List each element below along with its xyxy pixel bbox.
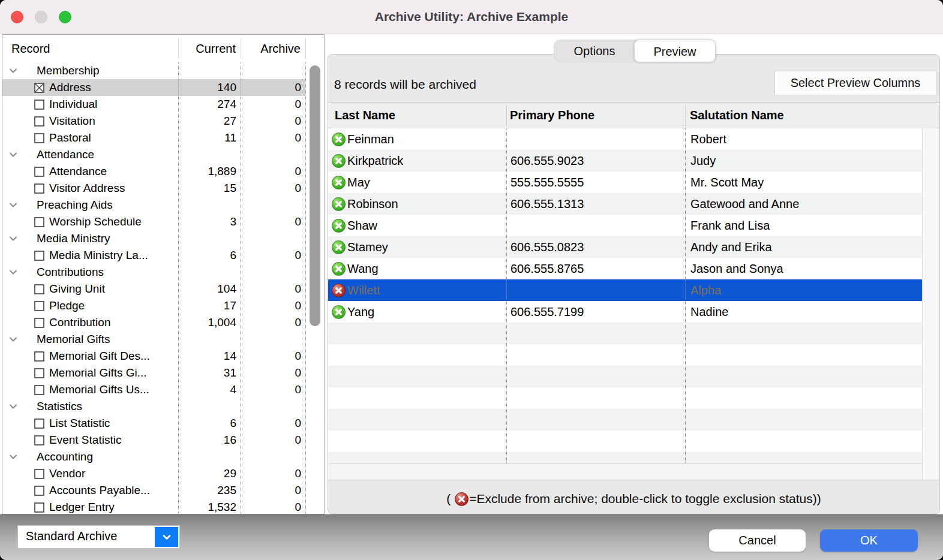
- tab-options[interactable]: Options: [554, 40, 635, 62]
- checkbox-unchecked-icon[interactable]: [34, 100, 44, 110]
- checkbox-unchecked-icon[interactable]: [34, 368, 44, 378]
- include-x-icon[interactable]: [332, 154, 346, 168]
- tree-item-row[interactable]: Worship Schedule30: [2, 213, 305, 230]
- chevron-down-icon[interactable]: [8, 233, 19, 244]
- tree-group-row[interactable]: Membership: [2, 62, 305, 79]
- select-preview-columns-button[interactable]: Select Preview Columns: [774, 71, 936, 95]
- minimize-button-icon[interactable]: [35, 11, 47, 23]
- tree-item-label: Memorial Gifts Gi...: [49, 366, 147, 380]
- tree-item-row[interactable]: Vendor290: [2, 465, 305, 482]
- checkbox-unchecked-icon[interactable]: [34, 419, 44, 429]
- checkbox-unchecked-icon[interactable]: [34, 469, 44, 479]
- tree-current-count: 16: [177, 433, 236, 447]
- tree-item-row[interactable]: Event Statistic160: [2, 432, 305, 448]
- include-x-icon[interactable]: [332, 262, 346, 276]
- preview-table-row[interactable]: Kirkpatrick606.555.9023Judy: [328, 150, 922, 171]
- include-x-icon[interactable]: [332, 176, 346, 189]
- tree-item-row[interactable]: Visitor Address150: [2, 180, 305, 197]
- preview-table-row[interactable]: WillettAlpha: [328, 279, 922, 301]
- checkbox-unchecked-icon[interactable]: [34, 486, 44, 496]
- exclude-x-icon[interactable]: [332, 284, 346, 297]
- zoom-button-icon[interactable]: [59, 11, 71, 23]
- tree-item-row[interactable]: Pastoral110: [2, 130, 305, 146]
- tree-item-row[interactable]: Accounts Payable...2350: [2, 482, 305, 499]
- cancel-button[interactable]: Cancel: [709, 529, 806, 552]
- tree-item-row[interactable]: Media Ministry La...60: [2, 247, 305, 264]
- checkbox-unchecked-icon[interactable]: [34, 502, 44, 513]
- tree-item-label: Ledger Entry: [49, 501, 115, 514]
- checkbox-checked-icon[interactable]: [34, 83, 44, 93]
- include-x-icon[interactable]: [332, 197, 346, 211]
- preview-table-row[interactable]: Robinson606.555.1313Gatewood and Anne: [328, 193, 922, 215]
- chevron-down-icon[interactable]: [8, 149, 19, 160]
- column-header-record[interactable]: Record: [11, 42, 50, 56]
- tree-item-row[interactable]: Individual2740: [2, 96, 305, 113]
- chevron-down-icon[interactable]: [8, 334, 19, 345]
- chevron-down-icon[interactable]: [8, 451, 19, 462]
- include-x-icon[interactable]: [332, 305, 346, 319]
- preview-table-empty-row[interactable]: [328, 430, 922, 452]
- close-button-icon[interactable]: [11, 11, 23, 23]
- include-x-icon[interactable]: [332, 133, 346, 146]
- archive-type-combobox[interactable]: Standard Archive: [17, 525, 180, 549]
- checkbox-unchecked-icon[interactable]: [34, 435, 44, 445]
- checkbox-unchecked-icon[interactable]: [34, 251, 44, 261]
- titlebar[interactable]: Archive Utility: Archive Example: [0, 0, 943, 34]
- tree-scrollbar-thumb[interactable]: [310, 65, 320, 326]
- preview-table-row[interactable]: Stamey606.555.0823Andy and Erika: [328, 236, 922, 258]
- preview-table-empty-row[interactable]: [328, 409, 922, 430]
- preview-table-row[interactable]: Yang606.555.7199Nadine: [328, 301, 922, 323]
- checkbox-unchecked-icon[interactable]: [34, 167, 44, 177]
- tab-preview[interactable]: Preview: [634, 40, 716, 62]
- preview-table-empty-row[interactable]: [328, 323, 922, 344]
- tree-item-row[interactable]: Pledge170: [2, 297, 305, 314]
- tree-item-row[interactable]: Ledger Entry1,5320: [2, 499, 305, 514]
- column-header-salutation-name[interactable]: Salutation Name: [690, 109, 784, 122]
- chevron-down-icon[interactable]: [8, 401, 19, 412]
- chevron-down-icon[interactable]: [8, 267, 19, 278]
- tree-item-row[interactable]: Memorial Gifts Gi...310: [2, 365, 305, 381]
- column-header-archive[interactable]: Archive: [239, 42, 301, 56]
- column-header-current[interactable]: Current: [177, 42, 236, 56]
- preview-table-row[interactable]: FeinmanRobert: [328, 128, 922, 150]
- tree-group-row[interactable]: Statistics: [2, 398, 305, 415]
- column-header-last-name[interactable]: Last Name: [335, 109, 395, 122]
- checkbox-unchecked-icon[interactable]: [34, 385, 44, 395]
- preview-table-row[interactable]: ShawFrank and Lisa: [328, 215, 922, 236]
- checkbox-unchecked-icon[interactable]: [34, 133, 44, 143]
- tree-item-row[interactable]: List Statistic60: [2, 415, 305, 432]
- preview-table-empty-row[interactable]: [328, 344, 922, 366]
- checkbox-unchecked-icon[interactable]: [34, 183, 44, 194]
- tree-group-row[interactable]: Memorial Gifts: [2, 331, 305, 348]
- chevron-down-icon[interactable]: [8, 200, 19, 210]
- include-x-icon[interactable]: [332, 219, 346, 233]
- ok-button[interactable]: OK: [820, 529, 918, 552]
- checkbox-unchecked-icon[interactable]: [34, 351, 44, 362]
- tree-group-row[interactable]: Contributions: [2, 264, 305, 281]
- tree-item-row[interactable]: Visitation270: [2, 113, 305, 130]
- preview-table-empty-row[interactable]: [328, 452, 922, 463]
- column-header-primary-phone[interactable]: Primary Phone: [510, 109, 594, 122]
- checkbox-unchecked-icon[interactable]: [34, 217, 44, 227]
- checkbox-unchecked-icon[interactable]: [34, 318, 44, 328]
- preview-table-row[interactable]: Wang606.555.8765Jason and Sonya: [328, 258, 922, 279]
- checkbox-unchecked-icon[interactable]: [34, 284, 44, 294]
- tree-group-row[interactable]: Preaching Aids: [2, 197, 305, 213]
- chevron-down-icon[interactable]: [8, 65, 19, 76]
- preview-table-empty-row[interactable]: [328, 387, 922, 409]
- tree-item-row[interactable]: Memorial Gifts Us...40: [2, 381, 305, 398]
- tree-group-row[interactable]: Accounting: [2, 448, 305, 465]
- tree-group-row[interactable]: Media Ministry: [2, 230, 305, 247]
- preview-table-empty-row[interactable]: [328, 366, 922, 387]
- preview-table-row[interactable]: May555.555.5555Mr. Scott May: [328, 171, 922, 193]
- tree-item-row[interactable]: Memorial Gift Des...140: [2, 348, 305, 365]
- checkbox-unchecked-icon[interactable]: [34, 301, 44, 311]
- tree-item-row[interactable]: Contribution1,0040: [2, 314, 305, 331]
- combobox-dropdown-button[interactable]: [155, 527, 178, 547]
- tree-item-row[interactable]: Address1400: [2, 79, 305, 96]
- include-x-icon[interactable]: [332, 240, 346, 254]
- tree-item-row[interactable]: Attendance1,8890: [2, 163, 305, 180]
- checkbox-unchecked-icon[interactable]: [34, 116, 44, 127]
- tree-group-row[interactable]: Attendance: [2, 146, 305, 163]
- tree-item-row[interactable]: Giving Unit1040: [2, 281, 305, 297]
